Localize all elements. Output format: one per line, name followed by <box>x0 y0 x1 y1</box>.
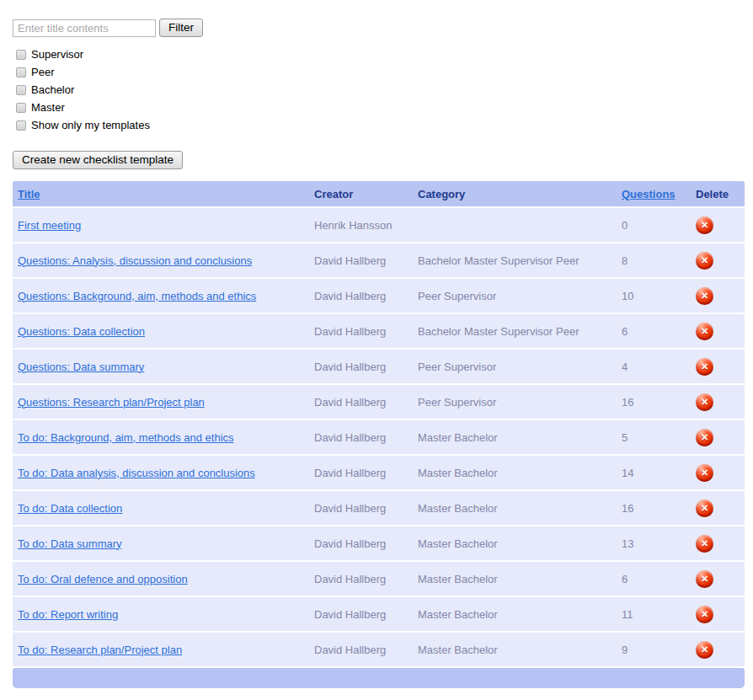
template-title-link[interactable]: Questions: Background, aim, methods and … <box>18 290 256 302</box>
category-cell: Master Bachelor <box>413 562 617 596</box>
x-glyph: ✕ <box>701 221 708 230</box>
title-cell: To do: Data collection <box>13 491 309 525</box>
delete-icon[interactable]: ✕ <box>696 606 713 623</box>
questions-count-cell: 16 <box>617 491 691 525</box>
filter-checkbox-label: Master <box>31 101 65 114</box>
delete-column-header: Delete <box>691 181 745 206</box>
category-column-header: Category <box>413 181 617 206</box>
x-glyph: ✕ <box>701 504 708 513</box>
filter-checkbox-row[interactable]: Supervisor <box>13 45 745 63</box>
category-cell: Master Bachelor <box>413 597 617 631</box>
category-cell: Bachelor Master Supervisor Peer <box>413 314 617 348</box>
table-footer-bar <box>13 668 745 688</box>
delete-icon[interactable]: ✕ <box>696 429 713 446</box>
category-cell: Master Bachelor <box>413 526 617 560</box>
table-row: To do: Data collection David Hallberg Ma… <box>13 491 745 525</box>
category-cell <box>413 208 617 242</box>
title-column-header: Title <box>13 181 309 206</box>
category-cell: Master Bachelor <box>413 456 617 489</box>
template-title-link[interactable]: To do: Oral defence and opposition <box>18 573 188 585</box>
creator-cell: David Hallberg <box>309 350 413 383</box>
delete-cell: ✕ <box>691 491 745 525</box>
creator-cell: David Hallberg <box>309 243 413 277</box>
template-title-link[interactable]: To do: Report writing <box>18 608 118 621</box>
template-title-link[interactable]: To do: Data summary <box>18 537 122 550</box>
template-title-link[interactable]: Questions: Research plan/Project plan <box>18 396 205 409</box>
delete-icon[interactable]: ✕ <box>696 641 713 659</box>
delete-icon[interactable]: ✕ <box>696 358 713 376</box>
delete-icon[interactable]: ✕ <box>696 252 713 270</box>
template-title-link[interactable]: Questions: Data summary <box>18 361 144 373</box>
creator-cell: Henrik Hansson <box>309 208 413 242</box>
sort-by-title-link[interactable]: Title <box>18 188 40 200</box>
delete-icon[interactable]: ✕ <box>696 570 713 588</box>
filter-checkbox-row[interactable]: Master <box>13 99 745 116</box>
creator-column-header: Creator <box>309 181 413 206</box>
delete-icon[interactable]: ✕ <box>696 323 713 340</box>
table-row: To do: Background, aim, methods and ethi… <box>13 420 745 454</box>
delete-icon[interactable]: ✕ <box>696 393 713 411</box>
x-glyph: ✕ <box>701 433 708 442</box>
delete-cell: ✕ <box>691 314 745 348</box>
filter-checkbox-row[interactable]: Bachelor <box>13 81 745 99</box>
filter-checkbox[interactable] <box>16 120 26 131</box>
delete-icon[interactable]: ✕ <box>696 216 713 234</box>
title-cell: Questions: Background, aim, methods and … <box>13 279 309 313</box>
delete-cell: ✕ <box>691 350 745 383</box>
questions-column-header: Questions <box>617 181 691 206</box>
x-glyph: ✕ <box>701 291 708 301</box>
filter-button[interactable]: Filter <box>159 19 203 37</box>
delete-icon[interactable]: ✕ <box>696 287 713 305</box>
delete-cell: ✕ <box>691 208 745 242</box>
category-cell: Peer Supervisor <box>413 385 617 419</box>
delete-icon[interactable]: ✕ <box>696 500 713 517</box>
category-cell: Peer Supervisor <box>413 350 617 383</box>
creator-cell: David Hallberg <box>309 491 413 525</box>
delete-cell: ✕ <box>691 526 745 560</box>
questions-count-cell: 10 <box>617 279 691 313</box>
create-template-button[interactable]: Create new checklist template <box>13 151 183 169</box>
x-glyph: ✕ <box>701 398 708 407</box>
title-cell: First meeting <box>13 208 309 242</box>
x-glyph: ✕ <box>701 610 708 619</box>
table-row: To do: Research plan/Project plan David … <box>13 633 745 666</box>
table-row: Questions: Background, aim, methods and … <box>13 279 745 313</box>
category-cell: Master Bachelor <box>413 491 617 525</box>
questions-count-cell: 0 <box>617 208 691 242</box>
template-title-link[interactable]: To do: Data analysis, discussion and con… <box>18 467 255 479</box>
filter-checkbox[interactable] <box>16 67 26 77</box>
template-title-link[interactable]: To do: Research plan/Project plan <box>18 644 182 656</box>
category-cell: Master Bachelor <box>413 633 617 666</box>
filter-checkbox-row[interactable]: Peer <box>13 63 745 81</box>
title-cell: To do: Background, aim, methods and ethi… <box>13 420 309 454</box>
filter-checkbox-label: Show only my templates <box>31 119 150 131</box>
delete-cell: ✕ <box>691 243 745 277</box>
creator-cell: David Hallberg <box>309 420 413 454</box>
x-glyph: ✕ <box>701 468 708 478</box>
questions-count-cell: 13 <box>617 526 691 560</box>
delete-icon[interactable]: ✕ <box>696 535 713 553</box>
questions-count-cell: 8 <box>617 243 691 277</box>
template-title-link[interactable]: Questions: Data collection <box>18 325 145 338</box>
checklist-templates-page: Filter Supervisor Peer Bachelor Master <box>0 0 753 700</box>
filter-checkbox-list: Supervisor Peer Bachelor Master Show onl… <box>13 45 745 134</box>
template-title-link[interactable]: To do: Background, aim, methods and ethi… <box>18 431 234 444</box>
category-cell: Master Bachelor <box>413 420 617 454</box>
questions-count-cell: 6 <box>617 314 691 348</box>
title-filter-input[interactable] <box>13 19 156 37</box>
questions-count-cell: 5 <box>617 420 691 454</box>
delete-icon[interactable]: ✕ <box>696 464 713 482</box>
filter-checkbox[interactable] <box>16 85 26 95</box>
template-title-link[interactable]: First meeting <box>18 219 81 232</box>
questions-count-cell: 9 <box>617 633 691 666</box>
title-cell: Questions: Data collection <box>13 314 309 348</box>
template-title-link[interactable]: Questions: Analysis, discussion and conc… <box>18 254 252 267</box>
table-row: To do: Oral defence and opposition David… <box>13 562 745 596</box>
template-title-link[interactable]: To do: Data collection <box>18 502 122 515</box>
category-cell: Peer Supervisor <box>413 279 617 313</box>
sort-by-questions-link[interactable]: Questions <box>622 188 676 200</box>
filter-checkbox-label: Supervisor <box>31 48 83 61</box>
filter-checkbox-row[interactable]: Show only my templates <box>13 116 745 134</box>
filter-checkbox[interactable] <box>16 50 26 60</box>
filter-checkbox[interactable] <box>16 103 26 113</box>
